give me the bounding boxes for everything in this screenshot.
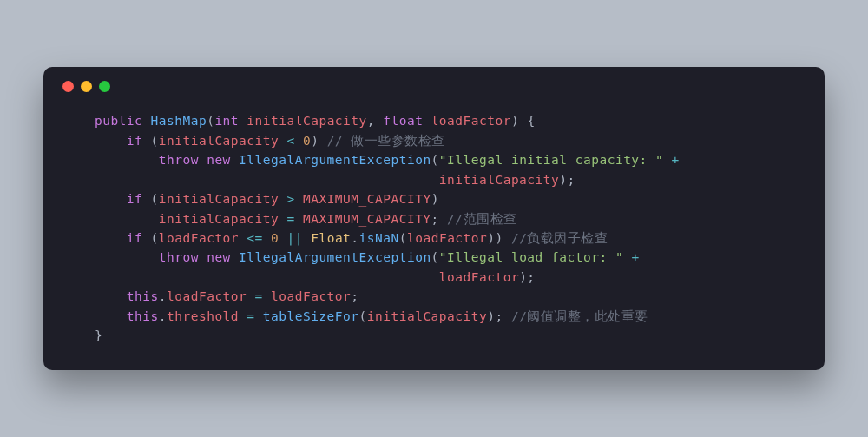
- keyword-new: new: [207, 153, 231, 167]
- op-plus: +: [672, 153, 680, 167]
- op-assign: =: [286, 212, 294, 226]
- code-window: public HashMap(int initialCapacity, floa…: [43, 67, 825, 370]
- arg-initialCapacity: initialCapacity: [367, 309, 487, 323]
- keyword-if: if: [127, 134, 142, 148]
- param-loadFactor: loadFactor: [431, 114, 511, 128]
- comment: // 做一些参数检查: [327, 134, 445, 148]
- paren-close-semi: );: [559, 173, 575, 187]
- paren-open: (: [151, 134, 159, 148]
- close-icon[interactable]: [62, 81, 74, 92]
- paren-close: ): [511, 114, 519, 128]
- code-block: public HashMap(int initialCapacity, floa…: [62, 111, 806, 346]
- paren-close: )): [487, 231, 503, 245]
- var-loadFactor: loadFactor: [159, 231, 239, 245]
- var-loadFactor: loadFactor: [439, 270, 519, 284]
- comma: ,: [367, 114, 375, 128]
- dot: .: [351, 231, 358, 245]
- comment: //负载因子检查: [511, 231, 608, 245]
- paren-close-semi: );: [487, 309, 503, 323]
- semicolon: ;: [431, 212, 439, 226]
- dot: .: [159, 289, 167, 303]
- paren-open: (: [431, 250, 439, 264]
- brace-open: {: [527, 114, 535, 128]
- field-threshold: threshold: [167, 309, 239, 323]
- minimize-icon[interactable]: [81, 81, 92, 92]
- op-le: <=: [247, 231, 262, 245]
- op-or: ||: [287, 231, 303, 245]
- keyword-this: this: [127, 309, 159, 323]
- field-loadFactor: loadFactor: [167, 289, 247, 303]
- op-assign: =: [255, 289, 263, 303]
- literal-zero: 0: [303, 134, 311, 148]
- string-literal: "Illegal load factor: ": [439, 250, 623, 264]
- zoom-icon[interactable]: [99, 81, 110, 92]
- const-max-capacity: MAXIMUM_CAPACITY: [303, 212, 431, 226]
- exception-class: IllegalArgumentException: [239, 153, 431, 167]
- const-max-capacity: MAXIMUM_CAPACITY: [303, 192, 431, 206]
- var-initialCapacity: initialCapacity: [439, 173, 559, 187]
- keyword-throw: throw: [159, 250, 199, 264]
- keyword-new: new: [207, 250, 231, 264]
- keyword-if: if: [127, 231, 142, 245]
- keyword-float: float: [383, 114, 423, 128]
- paren-open: (: [207, 114, 214, 128]
- paren-close-semi: );: [519, 270, 535, 284]
- op-lt: <: [286, 134, 294, 148]
- dot: .: [159, 309, 167, 323]
- keyword-throw: throw: [159, 153, 199, 167]
- literal-zero: 0: [271, 231, 279, 245]
- paren-open: (: [399, 231, 407, 245]
- op-gt: >: [286, 192, 294, 206]
- keyword-this: this: [127, 289, 159, 303]
- window-titlebar: [62, 81, 806, 92]
- paren-open: (: [359, 309, 367, 323]
- comment: //范围检查: [447, 212, 516, 226]
- method-isnan: isNaN: [359, 231, 399, 245]
- semicolon: ;: [351, 289, 358, 303]
- paren-close: ): [311, 134, 319, 148]
- paren-open: (: [431, 153, 439, 167]
- keyword-int: int: [214, 114, 239, 128]
- brace-close: }: [95, 328, 102, 342]
- constructor-name: HashMap: [151, 114, 207, 128]
- class-float: Float: [311, 231, 351, 245]
- keyword-if: if: [127, 192, 142, 206]
- var-initialCapacity: initialCapacity: [159, 212, 279, 226]
- op-plus: +: [631, 250, 639, 264]
- method-tablesizefor: tableSizeFor: [263, 309, 359, 323]
- exception-class: IllegalArgumentException: [239, 250, 431, 264]
- string-literal: "Illegal initial capacity: ": [439, 153, 663, 167]
- param-initialCapacity: initialCapacity: [247, 114, 366, 128]
- paren-close: ): [431, 192, 439, 206]
- var-loadFactor: loadFactor: [407, 231, 487, 245]
- op-assign: =: [247, 309, 254, 323]
- var-initialCapacity: initialCapacity: [159, 134, 279, 148]
- comment: //阈值调整，此处重要: [511, 309, 648, 323]
- paren-open: (: [151, 231, 159, 245]
- var-loadFactor: loadFactor: [271, 289, 351, 303]
- paren-open: (: [151, 192, 159, 206]
- keyword-public: public: [95, 114, 142, 128]
- var-initialCapacity: initialCapacity: [159, 192, 279, 206]
